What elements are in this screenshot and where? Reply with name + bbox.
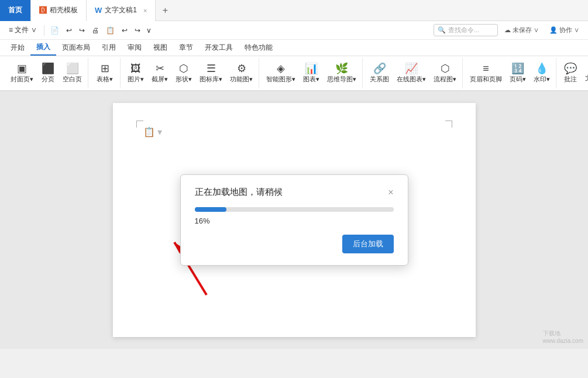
tool-funcimg[interactable]: ⚙ 功能图▾	[226, 59, 256, 87]
smart-icon: ◈	[277, 63, 285, 74]
dialog-wrapper: 正在加载地图，请稍候 × 16% 后台加载	[180, 174, 408, 266]
search-placeholder: 查找命令...	[448, 26, 479, 35]
menu-icon-redo[interactable]: ↪	[76, 25, 88, 36]
tool-screenshot[interactable]: ✂ 截屏▾	[148, 59, 171, 87]
relation-icon: 🔗	[373, 63, 386, 74]
menu-icon-copy[interactable]: 📋	[103, 25, 118, 36]
tool-page-num[interactable]: 🔢 页码▾	[506, 59, 529, 87]
cover-icon: ▣	[17, 63, 27, 74]
pagenum-icon: 🔢	[511, 63, 524, 74]
dialog-close-button[interactable]: ×	[388, 188, 393, 197]
ribbon-tab-start[interactable]: 开始	[5, 40, 30, 55]
watermark-icon: 💧	[535, 63, 548, 74]
tab-home-label: 首页	[8, 5, 22, 15]
tab-doc-close[interactable]: ×	[143, 7, 147, 14]
tab-add-icon: +	[163, 5, 168, 16]
image-icon: 🖼	[130, 63, 141, 74]
tool-online-chart[interactable]: 📈 在线图表▾	[393, 59, 429, 87]
toolbar-group-diagrams: 🔗 关系图 📈 在线图表▾ ⬡ 流程图▾	[364, 58, 463, 88]
tool-watermark[interactable]: 💧 水印▾	[530, 59, 553, 87]
table-icon: ⊞	[101, 63, 109, 74]
iconlib-icon: ☰	[207, 63, 216, 74]
progress-bar-fill	[195, 207, 226, 212]
search-icon: 🔍	[438, 26, 446, 34]
blank-icon: ⬜	[66, 63, 79, 74]
menu-icon-new[interactable]: 📄	[47, 25, 62, 36]
tool-table[interactable]: ⊞ 表格▾	[92, 59, 118, 87]
tool-chart[interactable]: 📊 图表▾	[300, 59, 323, 87]
progress-percent: 16%	[195, 217, 210, 225]
menu-icon-format[interactable]: ↩	[119, 25, 130, 36]
ribbon-tab-ref[interactable]: 引用	[96, 40, 122, 55]
dialog-footer: 后台加载	[195, 235, 394, 253]
ribbon-tab-review[interactable]: 审阅	[122, 40, 147, 55]
menu-icon-expand[interactable]: ∨	[145, 25, 153, 36]
watermark-logo: 下载地www.dazia.com	[543, 329, 583, 344]
online-chart-icon: 📈	[405, 63, 418, 74]
ribbon-tab-view[interactable]: 视图	[147, 40, 173, 55]
screenshot-icon: ✂	[156, 63, 164, 74]
menu-bar: ≡ 文件 ∨ 📄 ↩ ↪ 🖨 📋 ↩ ↪ ∨ 🔍 查找命令... ☁ 未保存 ∨…	[0, 21, 588, 40]
dialog-title-row: 正在加载地图，请稍候 ×	[195, 187, 394, 198]
title-bar: 首页 🅳 稻壳模板 W 文字文稿1 × +	[0, 0, 588, 21]
tool-flowchart[interactable]: ⬡ 流程图▾	[430, 59, 460, 87]
toolbar-group-cover: ▣ 封面页▾ ⬛ 分页 ⬜ 空白页	[5, 58, 88, 88]
chart-icon: 📊	[305, 63, 318, 74]
tab-doc[interactable]: W 文字文稿1 ×	[87, 0, 156, 21]
tool-shape[interactable]: ⬡ 形状▾	[172, 59, 195, 87]
tab-template[interactable]: 🅳 稻壳模板	[31, 0, 87, 21]
progress-bar-bg	[195, 207, 394, 212]
break-icon: ⬛	[42, 63, 54, 74]
tool-cover-page[interactable]: ▣ 封面页▾	[7, 59, 37, 87]
corner-mark-tl	[136, 121, 143, 128]
menu-sep-1	[44, 25, 44, 36]
ribbon-tab-chapter[interactable]: 章节	[173, 40, 199, 55]
menu-icon-print[interactable]: 🖨	[89, 25, 102, 36]
ribbon-tabs: 开始 插入 页面布局 引用 审阅 视图 章节 开发工具 特色功能	[0, 40, 588, 56]
loading-dialog: 正在加载地图，请稍候 × 16% 后台加载	[180, 174, 408, 266]
corner-mark-tr	[445, 121, 452, 128]
tool-image[interactable]: 🖼 图片▾	[124, 59, 147, 87]
tab-template-label: 稻壳模板	[50, 5, 78, 15]
toolbar: ▣ 封面页▾ ⬛ 分页 ⬜ 空白页 ⊞ 表格▾ 🖼 图片▾ ✂ 截屏▾ ⬡ 形状…	[0, 56, 588, 91]
menu-bar-right: 🔍 查找命令... ☁ 未保存 ∨ 👤 协作 ∨	[434, 24, 583, 36]
menu-icon-undo[interactable]: ↩	[63, 25, 75, 36]
tool-page-break[interactable]: ⬛ 分页	[37, 59, 59, 87]
menu-unsaved[interactable]: ☁ 未保存 ∨	[500, 24, 543, 36]
tool-mindmap[interactable]: 🌿 思维导图▾	[324, 59, 360, 87]
tool-smart-shape[interactable]: ◈ 智能图形▾	[263, 59, 299, 87]
tab-home[interactable]: 首页	[0, 0, 31, 21]
toolbar-group-table: ⊞ 表格▾	[90, 58, 121, 88]
tool-textbox[interactable]: A 文本框▾	[582, 59, 588, 87]
doc-icon: W	[95, 6, 102, 15]
copy-icon: 📋	[106, 26, 115, 35]
menu-file-label: ≡ 文件 ∨	[9, 26, 37, 34]
tool-blank-page[interactable]: ⬜ 空白页	[59, 59, 85, 87]
undo-icon: ↩	[66, 26, 72, 35]
print-icon: 🖨	[92, 26, 99, 35]
doc-page: 📋 ▾ 正在加载地图，请稍候 ×	[113, 103, 476, 337]
search-box[interactable]: 🔍 查找命令...	[434, 24, 498, 36]
menu-file[interactable]: ≡ 文件 ∨	[5, 23, 41, 37]
tool-header-footer[interactable]: ≡ 页眉和页脚	[466, 59, 506, 87]
bg-load-button[interactable]: 后台加载	[342, 235, 394, 253]
mindmap-icon: 🌿	[335, 63, 348, 74]
dialog-overlay: 正在加载地图，请稍候 × 16% 后台加载	[113, 103, 476, 337]
shape-icon: ⬡	[179, 63, 188, 74]
tool-relation[interactable]: 🔗 关系图	[366, 59, 393, 87]
tab-add-button[interactable]: +	[156, 0, 174, 21]
ribbon-tab-layout[interactable]: 页面布局	[56, 40, 96, 55]
comment-icon: 💬	[564, 63, 577, 74]
toolbar-group-text: 💬 批注 A 文本框▾ A 艺	[558, 58, 588, 88]
ribbon-tab-insert[interactable]: 插入	[30, 40, 56, 56]
funcimg-icon: ⚙	[237, 63, 246, 74]
ribbon-tab-dev[interactable]: 开发工具	[199, 40, 239, 55]
menu-icon-more[interactable]: ↪	[132, 25, 143, 36]
format-icon: ↩	[122, 26, 128, 35]
new-icon: 📄	[50, 26, 59, 35]
flowchart-icon: ⬡	[441, 63, 450, 74]
ribbon-tab-special[interactable]: 特色功能	[239, 40, 278, 55]
tool-comment[interactable]: 💬 批注	[560, 59, 581, 87]
tool-iconlib[interactable]: ☰ 图标库▾	[196, 59, 226, 87]
menu-collab[interactable]: 👤 协作 ∨	[545, 24, 583, 36]
